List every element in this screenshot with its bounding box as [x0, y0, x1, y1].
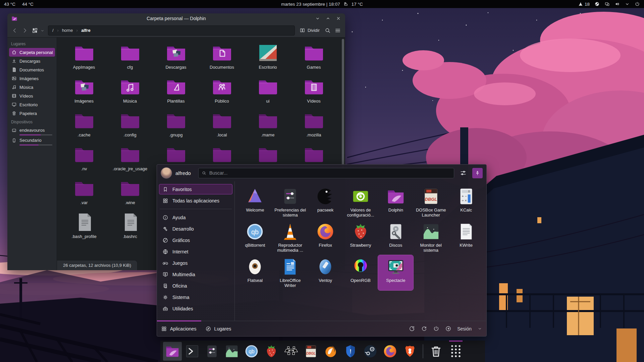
file-item[interactable]: Público	[200, 76, 244, 110]
file-item[interactable]: Plantillas	[154, 76, 198, 110]
close-button[interactable]	[336, 16, 341, 21]
app-item[interactable]: Spectacle	[378, 255, 413, 290]
task-dolphin[interactable]	[163, 342, 182, 361]
app-item[interactable]: KWrite	[448, 220, 484, 255]
app-item[interactable]: Dolphin	[378, 185, 413, 220]
place-item[interactable]: Papelera	[9, 109, 55, 118]
file-item[interactable]: .config	[108, 110, 152, 144]
kdeconnect-tray-icon[interactable]	[604, 1, 610, 7]
file-item[interactable]: .bash_profile	[62, 212, 106, 245]
task-konsole[interactable]	[183, 342, 202, 361]
app-item[interactable]: Discos	[378, 220, 413, 255]
leave-icon[interactable]	[445, 325, 451, 332]
footer-tab[interactable]: Aplicaciones	[161, 326, 197, 332]
avatar[interactable]	[161, 167, 172, 179]
power-tray-icon[interactable]	[635, 1, 640, 7]
file-item[interactable]: .cache	[62, 110, 106, 144]
file-item[interactable]: .mame	[246, 110, 290, 144]
place-item[interactable]: Carpeta personal	[9, 48, 55, 57]
volume-icon[interactable]	[614, 1, 620, 7]
back-button[interactable]	[11, 27, 18, 34]
category-item[interactable]: Ayuda	[159, 212, 232, 223]
file-item[interactable]: Vídeos	[292, 76, 336, 110]
app-item[interactable]: 0+ −÷ × KCalc	[448, 185, 484, 220]
app-item[interactable]: Valores de configuració...	[343, 185, 378, 220]
category-item[interactable]	[160, 209, 232, 209]
updates-widget[interactable]: 18	[578, 1, 590, 7]
file-item[interactable]: Games	[292, 42, 336, 76]
file-item[interactable]: Documentos	[200, 42, 244, 76]
app-item[interactable]: Strawberry	[343, 220, 378, 255]
task-free-download-manager[interactable]	[321, 342, 340, 361]
split-button[interactable]: Dividir	[298, 27, 321, 33]
titlebar[interactable]: Carpeta personal — Dolphin	[7, 13, 345, 23]
search-box[interactable]	[198, 168, 454, 178]
category-item[interactable]: Gráficos	[159, 235, 232, 245]
app-item[interactable]: pacseek	[308, 185, 343, 220]
app-item[interactable]: Monitor del sistema	[413, 220, 448, 255]
shutdown-icon[interactable]	[433, 325, 439, 332]
minimize-button[interactable]	[315, 16, 320, 21]
file-item[interactable]: .var	[62, 178, 106, 212]
device-item[interactable]: Secundario	[9, 136, 55, 146]
task-brave[interactable]	[400, 342, 419, 361]
task-strawberry[interactable]	[262, 342, 281, 361]
task-trash[interactable]	[427, 342, 445, 361]
maximize-button[interactable]	[325, 16, 331, 21]
view-mode-chevron-icon[interactable]	[40, 28, 45, 33]
clock[interactable]: martes 23 septiembre | 18:07	[281, 2, 340, 7]
steam-tray-icon[interactable]	[594, 1, 600, 7]
place-item[interactable]: Imágenes	[9, 74, 55, 83]
forward-button[interactable]	[21, 27, 28, 34]
task-retroarch[interactable]	[282, 342, 301, 361]
category-item[interactable]: Utilidades	[159, 303, 232, 314]
app-item[interactable]: Ventoy	[308, 255, 343, 290]
breadcrumb-home[interactable]: home	[62, 28, 73, 33]
category-item[interactable]: Todas las aplicaciones	[159, 195, 232, 206]
file-item[interactable]: Escritorio	[246, 42, 290, 76]
menu-button[interactable]	[334, 27, 341, 34]
category-item[interactable]: Sistema	[159, 292, 232, 302]
app-item[interactable]: Firefox	[308, 220, 343, 255]
file-item[interactable]: .oracle_jre_usage	[108, 144, 152, 178]
tray-expand-icon[interactable]	[625, 1, 630, 7]
app-item[interactable]: OpenRGB	[343, 255, 378, 290]
app-item[interactable]: DBGL DOSBox Game Launcher	[413, 185, 448, 220]
app-item[interactable]: Preferencias del sistema	[273, 185, 308, 220]
app-item[interactable]: Reproductor multimedia ...	[273, 220, 308, 255]
configure-icon[interactable]	[460, 169, 467, 177]
file-item[interactable]: .bashrc	[108, 212, 152, 245]
file-item[interactable]: ui	[246, 76, 290, 110]
file-item[interactable]: Imágenes	[62, 76, 106, 110]
place-item[interactable]: Documentos	[9, 65, 55, 74]
app-item[interactable]: Welcome	[237, 185, 273, 220]
category-item[interactable]: Desarrollo	[159, 224, 232, 234]
file-item[interactable]: .wine	[108, 178, 152, 212]
category-item[interactable]: Juegos	[159, 258, 232, 268]
pin-button[interactable]	[472, 168, 483, 178]
place-item[interactable]: Descargas	[9, 57, 55, 65]
breadcrumb[interactable]: / home alfre	[48, 25, 295, 36]
task-firefox[interactable]	[381, 342, 399, 361]
category-item[interactable]: Favoritos	[159, 184, 232, 194]
app-item[interactable]: qb qBittorrent	[237, 220, 273, 255]
file-item[interactable]: Descargas	[154, 42, 198, 76]
task-dbgl[interactable]: DBGL	[302, 342, 320, 361]
breadcrumb-current[interactable]: alfre	[81, 28, 90, 33]
file-item[interactable]: cfg	[108, 42, 152, 76]
task-qbittorrent[interactable]: qb	[242, 342, 261, 361]
category-item[interactable]: Internet	[159, 246, 232, 257]
search-button[interactable]	[324, 27, 331, 34]
file-item[interactable]: .nv	[62, 144, 106, 178]
suspend-icon[interactable]	[409, 325, 415, 332]
task-heroic-shield[interactable]: !	[341, 342, 360, 361]
app-item[interactable]: LibreOffice Writer	[273, 255, 308, 290]
app-item[interactable]: Flatseal	[237, 255, 273, 290]
task-app-launcher[interactable]	[446, 342, 465, 361]
weather-icon[interactable]	[343, 1, 348, 7]
file-item[interactable]: .local	[200, 110, 244, 144]
device-item[interactable]: endeavouros	[9, 126, 55, 136]
file-item[interactable]: .mozilla	[292, 110, 336, 144]
restart-icon[interactable]	[421, 325, 427, 332]
weather-temp[interactable]: 17 °C	[352, 2, 363, 7]
